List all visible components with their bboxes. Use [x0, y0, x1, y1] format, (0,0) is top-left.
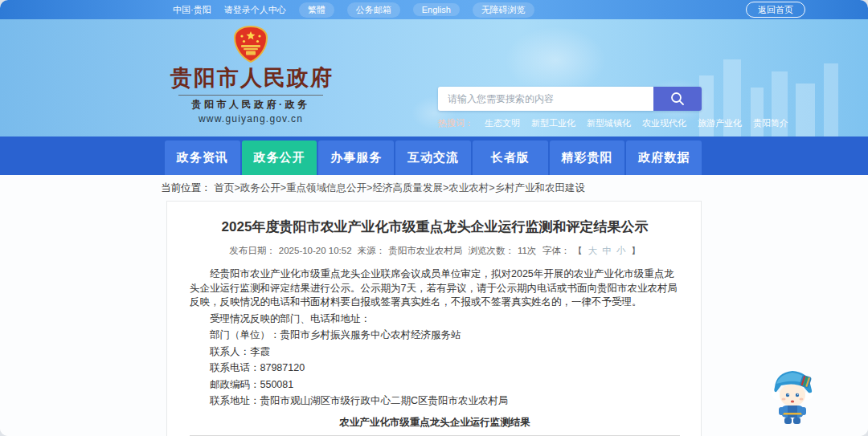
nav-tab[interactable]: 政务公开: [242, 141, 317, 175]
font-size-options: 大中小: [586, 246, 628, 255]
article-paragraph: 受理情况反映的部门、电话和地址：: [190, 312, 680, 327]
topbar-link[interactable]: 繁體: [299, 2, 334, 18]
search-area: 热搜词： 生态文明新型工业化新型城镇化农业现代化旅游产业化贵阳简介: [438, 87, 702, 129]
topbar-link[interactable]: 公务邮箱: [347, 2, 400, 18]
source: 贵阳市农业农村局: [388, 246, 462, 255]
site-title: 贵阳市人民政府: [170, 63, 331, 92]
nav-tab[interactable]: 政务资讯: [165, 141, 240, 175]
font-size-option[interactable]: 中: [602, 246, 612, 255]
browser-page: 中国·贵阳请登录个人中心繁體公务邮箱English无障碍浏览 返回首页 贵阳市人…: [0, 0, 868, 436]
topbar-link[interactable]: 无障碍浏览: [473, 2, 534, 18]
article-meta: 发布日期：2025-10-20 10:52 来源：贵阳市农业农村局 浏览次数：1…: [190, 245, 680, 257]
source-label: 来源：: [358, 246, 386, 255]
article-paragraph: 邮政编码：550081: [190, 378, 680, 393]
hot-search-link[interactable]: 生态文明: [485, 117, 520, 129]
font-bracket-close: 】: [631, 246, 641, 255]
search-icon: [669, 91, 686, 107]
site-url: www.guiyang.gov.cn: [170, 113, 331, 124]
publish-date: 2025-10-20 10:52: [279, 246, 352, 255]
hot-search-link[interactable]: 新型工业化: [531, 117, 575, 129]
table-caption: 农业产业化市级重点龙头企业运行监测结果: [190, 416, 680, 430]
topbar-link[interactable]: 中国·贵阳: [173, 4, 211, 16]
font-size-option[interactable]: 小: [616, 246, 626, 255]
views: 11次: [518, 246, 536, 255]
hot-search-link[interactable]: 新型城镇化: [587, 117, 631, 129]
publish-date-label: 发布日期：: [229, 246, 276, 255]
hot-search-link[interactable]: 贵阳简介: [753, 117, 788, 129]
national-emblem-logo: [231, 26, 271, 63]
article-body: 经贵阳市农业产业化市级重点龙头企业联席会议成员单位审定，拟对2025年开展的农业…: [190, 267, 680, 409]
nav-tab[interactable]: 政府数据: [626, 141, 702, 175]
hot-search-links: 生态文明新型工业化新型城镇化农业现代化旅游产业化贵阳简介: [485, 117, 788, 129]
topbar: 中国·贵阳请登录个人中心繁體公务邮箱English无障碍浏览 返回首页: [0, 0, 868, 19]
article-paragraph: 联系地址：贵阳市观山湖区市级行政中心二期C区贵阳市农业农村局: [190, 394, 680, 409]
brand-divider: [178, 95, 323, 96]
views-label: 浏览次数：: [469, 246, 515, 255]
topbar-links: 中国·贵阳请登录个人中心繁體公务邮箱English无障碍浏览: [173, 2, 534, 18]
nav-tab[interactable]: 精彩贵阳: [550, 141, 625, 175]
content-area: 当前位置： 首页>政务公开>重点领域信息公开>经济高质量发展>农业农村>乡村产业…: [0, 175, 868, 436]
nav-tab[interactable]: 互动交流: [395, 141, 471, 175]
article-paragraph: 部门（单位）：贵阳市乡村振兴服务中心农村经济服务站: [190, 328, 680, 343]
article-title: 2025年度贵阳市农业产业化市级重点龙头企业运行监测和评定结果公示: [190, 218, 680, 236]
article-paragraph: 联系电话：87987120: [190, 361, 680, 376]
banner: 贵阳市人民政府 贵阳市人民政府·政务 www.guiyang.gov.cn 热搜…: [0, 19, 868, 137]
site-subtitle: 贵阳市人民政府·政务: [170, 98, 331, 112]
nav-tab[interactable]: 办事服务: [318, 141, 394, 175]
article-box: 2025年度贵阳市农业产业化市级重点龙头企业运行监测和评定结果公示 发布日期：2…: [166, 201, 702, 436]
hot-search-link[interactable]: 农业现代化: [642, 117, 686, 129]
hot-search-row: 热搜词： 生态文明新型工业化新型城镇化农业现代化旅游产业化贵阳简介: [438, 117, 702, 129]
article-paragraph: 联系人：李霞: [190, 345, 680, 360]
search-input[interactable]: [438, 87, 653, 111]
site-brand: 贵阳市人民政府 贵阳市人民政府·政务 www.guiyang.gov.cn: [170, 26, 331, 124]
main-nav: 政务资讯政务公开办事服务互动交流长者版精彩贵阳政府数据: [0, 137, 868, 175]
font-size-option[interactable]: 大: [588, 246, 598, 255]
nav-tab[interactable]: 长者版: [473, 141, 548, 175]
hot-search-label: 热搜词：: [438, 117, 473, 129]
search-button[interactable]: [653, 87, 702, 111]
breadcrumb: 当前位置： 首页>政务公开>重点领域信息公开>经济高质量发展>农业农村>乡村产业…: [0, 175, 868, 201]
topbar-link[interactable]: 请登录个人中心: [224, 4, 286, 16]
breadcrumb-label: 当前位置：: [161, 181, 211, 195]
font-size-label: 字体：: [542, 246, 571, 255]
return-home-button[interactable]: 返回首页: [746, 2, 805, 18]
font-bracket-open: 【: [573, 246, 583, 255]
breadcrumb-path[interactable]: 首页>政务公开>重点领域信息公开>经济高质量发展>农业农村>乡村产业和农田建设: [215, 181, 586, 195]
topbar-link[interactable]: English: [413, 3, 460, 16]
mascot-character[interactable]: [767, 363, 818, 426]
article-paragraph: 经贵阳市农业产业化市级重点龙头企业联席会议成员单位审定，拟对2025年开展的农业…: [190, 267, 680, 310]
hot-search-link[interactable]: 旅游产业化: [698, 117, 742, 129]
